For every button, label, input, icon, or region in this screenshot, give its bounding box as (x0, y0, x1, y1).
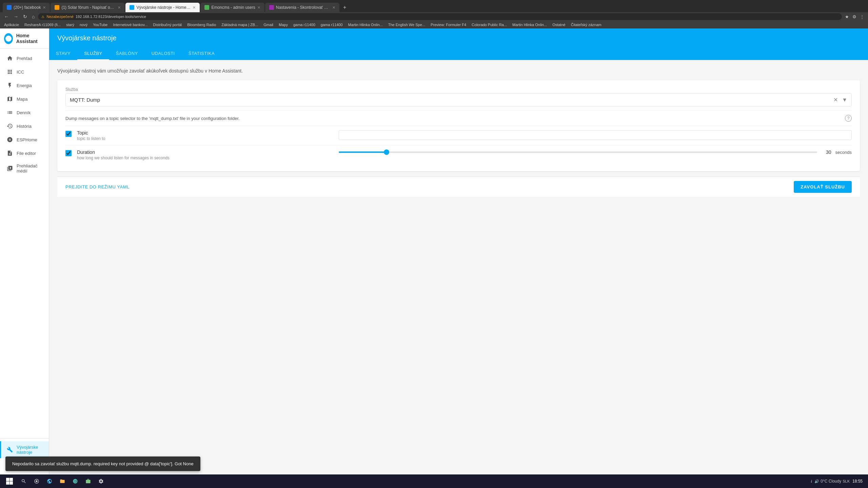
sidebar-app-title: Home Assistant (16, 33, 45, 44)
bookmark-star-icon[interactable]: ★ (844, 14, 850, 20)
list-icon (6, 109, 13, 116)
tab-stavy[interactable]: STAVY (49, 47, 77, 60)
tab-favicon (7, 5, 12, 10)
history-icon (6, 123, 13, 129)
bookmark-item[interactable]: Martin Hlinka Onlin... (511, 22, 548, 27)
sidebar-item-energia[interactable]: Energia (0, 79, 49, 92)
refresh-button[interactable]: ↻ (22, 13, 28, 20)
sidebar-label-prehliadac: Prehliadač médií (17, 163, 43, 174)
tab-sluzby[interactable]: SLUŽBY (77, 47, 109, 60)
tab-statistika[interactable]: ŠTATISTIKA (182, 47, 221, 60)
tab-close-button[interactable]: ✕ (332, 5, 335, 10)
sidebar-item-mapa[interactable]: Mapa (0, 92, 49, 106)
bookmark-item[interactable]: Preview: Formuler F4 (429, 22, 468, 27)
taskbar: ⇃ 🔊 0°C Cloudy SLK 18:55 (0, 474, 868, 488)
call-service-button[interactable]: ZAVOLAŤ SLUŽBU (794, 181, 852, 193)
topic-value-input[interactable] (339, 130, 852, 140)
bookmark-item[interactable]: Distribučný portál (152, 22, 183, 27)
bookmark-item[interactable]: nový (78, 22, 89, 27)
sidebar-label-esphome: ESPHome (17, 137, 37, 142)
bookmark-item[interactable]: Čitateľský záznam (570, 22, 603, 27)
taskbar-cortana[interactable] (31, 475, 43, 487)
taskbar-right: ⇃ 🔊 0°C Cloudy SLK 18:55 (810, 479, 865, 484)
bookmark-item[interactable]: ReshareA r11069 (fi... (23, 22, 62, 27)
bookmark-item[interactable]: Mapy (277, 22, 289, 27)
bookmark-item[interactable]: Martin Hlinka Onlin... (347, 22, 384, 27)
tab-close-button[interactable]: ✕ (193, 5, 196, 10)
extensions-icon[interactable]: ⚙ (851, 14, 857, 20)
topic-input-area (339, 130, 852, 140)
flash-icon (6, 82, 13, 89)
system-tray: ⇃ 🔊 0°C Cloudy SLK (810, 479, 850, 484)
duration-slider-thumb[interactable] (384, 149, 389, 155)
sidebar-item-dennik[interactable]: Denník (0, 106, 49, 119)
taskbar-files[interactable] (56, 475, 68, 487)
browser-tab-tab-ha[interactable]: Vývojárske nástroje - Home Ass... ✕ (125, 3, 200, 12)
tab-sablony[interactable]: ŠABLÓNY (109, 47, 145, 60)
home-icon (6, 55, 13, 62)
language-indicator: SLK (843, 479, 850, 483)
dropdown-service-button[interactable]: ▼ (841, 96, 849, 104)
protocol-warning: Nezabezpečené (46, 15, 74, 19)
bookmark-item[interactable]: gama r11400 (292, 22, 317, 27)
tab-close-button[interactable]: ✕ (118, 5, 121, 10)
browser-tab-tab-solar[interactable]: (1) Solar fórum - Napísať odpov... ✕ (51, 3, 125, 12)
home-button[interactable]: ⌂ (31, 13, 36, 20)
browser-tab-tab-facebook[interactable]: (20+) facebook ✕ (3, 3, 50, 12)
sidebar-item-vyvojarske[interactable]: Vývojárske nástroje (0, 441, 49, 458)
service-description-row: Dump messages on a topic selector to the… (65, 110, 852, 126)
sidebar: Home Assistant Prehľad ICC Energia (0, 28, 49, 488)
bookmark-item[interactable]: gama r11400 (319, 22, 344, 27)
address-text: 192.168.1.72:8123/developer-tools/servic… (76, 15, 146, 19)
bookmark-item[interactable]: Aplikácie (3, 22, 20, 27)
page-header-area: Vývojárske nástroje STAVY SLUŽBY ŠABLÓNY… (49, 28, 868, 60)
sidebar-item-prehled[interactable]: Prehľad (0, 52, 49, 65)
sidebar-item-esphome[interactable]: ESPHome (0, 133, 49, 146)
taskbar-edge[interactable] (69, 475, 81, 487)
service-input[interactable] (66, 94, 832, 106)
tab-udalosti[interactable]: UDALOSTI (145, 47, 182, 60)
toolbar-actions: ★ ⚙ ⋮ (844, 14, 865, 20)
taskbar-settings-tb[interactable] (95, 475, 107, 487)
tab-favicon (55, 5, 59, 10)
duration-input-area: 30 seconds (339, 149, 852, 155)
taskbar-browser[interactable] (43, 475, 56, 487)
tab-close-button[interactable]: ✕ (257, 5, 260, 10)
bookmark-item[interactable]: Colorado Public Ra... (470, 22, 508, 27)
app-container: Home Assistant Prehľad ICC Energia (0, 28, 868, 488)
help-icon[interactable]: ? (845, 115, 852, 122)
browser-tab-tab-emoncms[interactable]: Emoncms - admin users ✕ (200, 3, 264, 12)
bookmark-item[interactable]: Internetové bankov... (112, 22, 149, 27)
sidebar-item-prehliadac[interactable]: Prehliadač médií (0, 160, 49, 177)
forward-button[interactable]: → (12, 13, 20, 20)
clear-service-button[interactable]: ✕ (832, 95, 839, 104)
sidebar-item-file-editor[interactable]: File editor (0, 146, 49, 160)
start-button[interactable] (3, 474, 16, 488)
browser-tabs: (20+) facebook ✕ (1) Solar fórum - Napís… (0, 0, 868, 12)
bookmark-item[interactable]: Gmail (262, 22, 275, 27)
address-bar[interactable]: ⚠ Nezabezpečené 192.168.1.72:8123/develo… (38, 13, 842, 20)
bookmark-item[interactable]: YouTube (92, 22, 109, 27)
yaml-mode-link[interactable]: PREJDITE DO REŽIMU YAML (65, 184, 130, 189)
sidebar-item-historia[interactable]: História (0, 119, 49, 133)
browser-tab-tab-nastavenia[interactable]: Nastavenia - Skontrolovať heslá ✕ (265, 3, 339, 12)
bookmark-item[interactable]: Ostatné (551, 22, 567, 27)
service-description-text: Dump messages on a topic selector to the… (65, 116, 240, 121)
duration-slider-track[interactable] (339, 151, 817, 153)
topic-checkbox[interactable] (65, 131, 72, 137)
taskbar-search[interactable] (18, 475, 30, 487)
duration-checkbox[interactable] (65, 150, 72, 156)
media-icon (6, 165, 13, 172)
main-content: Vývojárske nástroje STAVY SLUŽBY ŠABLÓNY… (49, 28, 868, 488)
bookmark-item[interactable]: Bloomberg Radio (186, 22, 217, 27)
sidebar-item-icc[interactable]: ICC (0, 65, 49, 79)
bookmark-item[interactable]: Základná mapa | ZB... (220, 22, 259, 27)
back-button[interactable]: ← (3, 13, 10, 20)
duration-name: Duration (77, 149, 333, 155)
menu-icon[interactable]: ⋮ (859, 14, 865, 20)
tab-close-button[interactable]: ✕ (43, 5, 46, 10)
bookmark-item[interactable]: starý (65, 22, 76, 27)
bookmark-item[interactable]: The English We Spe... (387, 22, 427, 27)
new-tab-button[interactable]: + (340, 3, 350, 12)
taskbar-store[interactable] (82, 475, 94, 487)
